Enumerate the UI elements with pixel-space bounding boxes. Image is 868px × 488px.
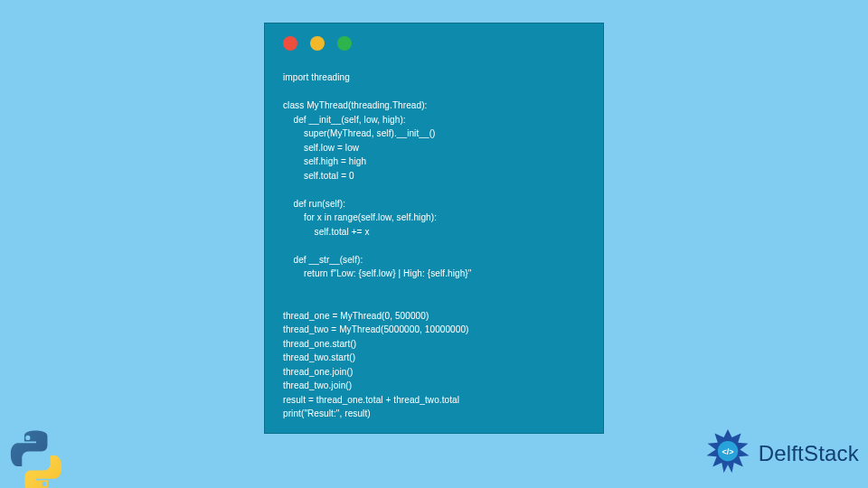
delftstack-logo: </> DelftStack <box>703 428 859 479</box>
brand-text: DelftStack <box>759 441 859 466</box>
close-icon <box>283 36 297 51</box>
code-window: import threading class MyThread(threadin… <box>264 23 604 434</box>
maximize-icon <box>337 36 352 51</box>
python-logo-icon <box>4 428 69 488</box>
code-content: import threading class MyThread(threadin… <box>265 60 603 436</box>
minimize-icon <box>310 36 325 51</box>
svg-text:</>: </> <box>722 447 733 456</box>
delftstack-emblem-icon: </> <box>703 428 753 479</box>
window-controls <box>265 23 603 60</box>
